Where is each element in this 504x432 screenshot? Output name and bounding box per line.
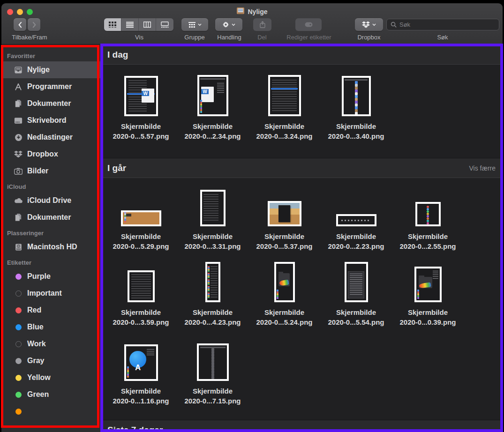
desktop-icon [14, 117, 23, 124]
gear-icon [222, 21, 229, 28]
sidebar-item-work[interactable]: Work [1, 335, 101, 352]
group-button[interactable] [181, 18, 208, 31]
file-grid-row: WSkjermbilde2020-0...5.57.pngWSkjermbild… [101, 65, 503, 158]
file-thumbnail: W [197, 75, 228, 116]
tag-dot-icon [14, 307, 23, 313]
sidebar-item-nylige[interactable]: Nylige [1, 61, 101, 78]
file-item[interactable]: Skjermbilde2020-0...5.37.png [248, 178, 320, 254]
dropbox-label: Dropbox [353, 34, 385, 41]
section-header: Siste 7 dager [101, 420, 503, 432]
dropbox-icon [362, 21, 370, 28]
file-item[interactable]: Skjermbilde2020-0...5.29.png [105, 178, 177, 254]
file-item[interactable]: Skjermbilde2020-0...4.23.png [177, 254, 248, 330]
file-thumbnail [336, 214, 376, 226]
sidebar-item-red[interactable]: Red [1, 302, 101, 319]
file-name: Skjermbilde2020-0...3.59.png [113, 307, 169, 327]
sidebar-item-green[interactable]: Green [1, 386, 101, 403]
sidebar-section-title: iCloud [1, 179, 101, 192]
file-item[interactable]: ASkjermbilde2020-0...1.16.png [105, 330, 177, 409]
window-title-text: Nylige [248, 8, 267, 15]
sidebar-item-dropbox[interactable]: Dropbox [1, 146, 101, 163]
file-grid-row: Skjermbilde2020-0...3.59.pngSkjermbilde2… [101, 254, 503, 330]
sidebar-item-label: Purple [27, 272, 51, 281]
section-title: I dag [107, 50, 128, 60]
file-item[interactable]: Skjermbilde2020-0...3.24.png [248, 65, 320, 158]
file-item[interactable]: WSkjermbilde2020-0...5.57.png [105, 65, 177, 158]
tag-dot-icon [14, 409, 23, 415]
file-thumbnail [200, 190, 226, 226]
gallery-view-icon [161, 22, 169, 28]
sidebar-item-item[interactable] [1, 403, 101, 420]
sidebar-item-purple[interactable]: Purple [1, 268, 101, 285]
file-item[interactable]: Skjermbilde2020-0...3.40.png [320, 65, 392, 158]
sidebar-item-skrivebord[interactable]: Skrivebord [1, 112, 101, 129]
sidebar-item-label: Dropbox [27, 150, 58, 158]
file-thumbnail [121, 210, 161, 226]
forward-button[interactable] [28, 18, 40, 31]
sidebar-section-title: Plasseringer [1, 226, 101, 238]
file-item[interactable]: Skjermbilde2020-0...2.23.png [320, 178, 392, 254]
search-field[interactable] [386, 19, 499, 30]
file-name: Skjermbilde2020-0...5.24.png [256, 307, 312, 327]
icon-view-button[interactable] [104, 18, 121, 31]
sidebar-item-programmer[interactable]: Programmer [1, 78, 101, 95]
back-button[interactable] [14, 18, 26, 31]
file-item[interactable]: Skjermbilde2020-0...5.54.png [320, 254, 392, 330]
show-fewer-link[interactable]: Vis færre [469, 164, 496, 172]
applications-icon [14, 83, 23, 91]
tag-dot-icon [14, 358, 23, 364]
file-name: Skjermbilde2020-0...1.16.png [113, 386, 169, 406]
sidebar-item-yellow[interactable]: Yellow [1, 369, 101, 386]
gallery-view-button[interactable] [156, 18, 173, 31]
dropbox-button[interactable] [355, 18, 383, 31]
file-item[interactable]: Skjermbilde2020-0...7.15.png [177, 330, 248, 409]
action-button[interactable] [215, 18, 242, 31]
edit-tags-button[interactable] [295, 18, 322, 31]
file-thumbnail [345, 262, 368, 302]
search-input[interactable] [399, 21, 495, 28]
grid-view-icon [109, 22, 116, 28]
file-item[interactable]: Skjermbilde2020-0...3.59.png [105, 254, 177, 330]
file-thumbnail [197, 343, 229, 381]
sidebar-item-label: Blue [27, 323, 44, 331]
file-grid-row: Skjermbilde2020-0...5.29.pngSkjermbilde2… [101, 178, 503, 254]
file-item[interactable]: Skjermbilde2020-0...0.39.png [392, 254, 464, 330]
sidebar-item-label: Dokumenter [27, 213, 71, 222]
sidebar-item-label: Bilder [27, 167, 48, 175]
recents-box-icon [236, 7, 245, 16]
group-label: Gruppe [177, 34, 212, 41]
sidebar-item-blue[interactable]: Blue [1, 319, 101, 335]
sidebar-item-dokumenter[interactable]: Dokumenter [1, 209, 101, 226]
sidebar-item-gray[interactable]: Gray [1, 352, 101, 369]
chevron-right-icon [32, 22, 37, 28]
column-view-button[interactable] [139, 18, 156, 31]
tag-dot-icon [14, 290, 23, 297]
tag-dot-icon [14, 392, 23, 398]
sidebar-item-important[interactable]: Important [1, 285, 101, 302]
sidebar-item-icloud-drive[interactable]: iCloud Drive [1, 192, 101, 209]
sidebar-item-bilder[interactable]: Bilder [1, 163, 101, 179]
file-item[interactable]: Skjermbilde2020-0...5.24.png [248, 254, 320, 330]
file-item[interactable]: Skjermbilde2020-0...2.55.png [392, 178, 464, 254]
search-icon [391, 22, 397, 28]
sidebar-item-nedlastinger[interactable]: Nedlastinger [1, 129, 101, 146]
sidebar-item-label: Skrivebord [27, 116, 67, 125]
file-item[interactable]: Skjermbilde2020-0...3.31.png [177, 178, 248, 254]
list-view-button[interactable] [121, 18, 139, 31]
file-thumbnail [205, 262, 220, 302]
sidebar-section-title: Etiketter [1, 255, 101, 268]
sidebar-item-macintosh-hd[interactable]: Macintosh HD [1, 238, 101, 255]
section-title: I går [107, 163, 126, 173]
file-thumbnail [128, 270, 155, 302]
back-forward-label: Tilbake/Fram [4, 34, 55, 41]
finder-window: Nylige Tilbake/Fram Vis [0, 0, 504, 432]
edit-tags-label: Rediger etiketter [280, 34, 338, 41]
sidebar-item-label: iCloud Drive [27, 196, 71, 205]
dropbox-icon [14, 150, 23, 158]
share-button[interactable] [253, 18, 271, 31]
sidebar-item-dokumenter[interactable]: Dokumenter [1, 95, 101, 112]
file-name: Skjermbilde2020-0...3.24.png [256, 121, 312, 141]
sidebar-section-title: Favoritter [1, 49, 101, 61]
documents-icon [14, 99, 23, 108]
file-item[interactable]: WSkjermbilde2020-0...2.34.png [177, 65, 248, 158]
